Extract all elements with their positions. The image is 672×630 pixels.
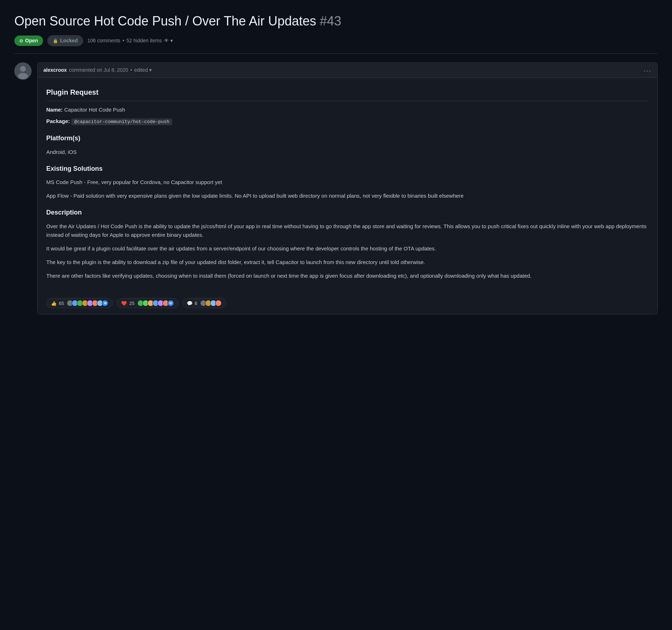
plugin-request-heading: Plugin Request xyxy=(46,86,649,101)
comment-edited[interactable]: edited ▾ xyxy=(134,66,152,74)
reaction-avatar-m: M xyxy=(102,300,108,306)
svg-point-2 xyxy=(18,73,28,79)
comment-timestamp: commented on Jul 8, 2020 xyxy=(69,66,128,74)
package-value: @capacitor-community/hot-code-push xyxy=(71,118,172,125)
locked-badge: 🔒 Locked xyxy=(47,35,83,46)
thumbs-up-emoji: 👍 xyxy=(51,301,57,306)
open-icon: ⊙ xyxy=(19,38,23,44)
lock-icon: 🔒 xyxy=(53,38,58,44)
description-heading: Description xyxy=(46,207,649,218)
avatar-image xyxy=(14,62,32,80)
avatar xyxy=(14,62,32,80)
chevron-down-icon: ▾ xyxy=(149,66,152,74)
name-label: Name: xyxy=(46,107,63,113)
quote-reaction[interactable]: 💬 6 xyxy=(182,298,226,308)
description-p1: Over the Air Updates / Hot Code Push is … xyxy=(46,222,649,239)
platforms-heading: Platform(s) xyxy=(46,133,649,144)
package-field-row: Package: @capacitor-community/hot-code-p… xyxy=(46,117,649,126)
existing-solution-2: App Flow - Paid solution with very expen… xyxy=(46,192,649,200)
quote-emoji: 💬 xyxy=(187,301,193,306)
comment-box: alexcroox commented on Jul 8, 2020 • edi… xyxy=(37,62,658,314)
comment-author[interactable]: alexcroox xyxy=(43,66,67,74)
hidden-items: 52 hidden items xyxy=(127,37,162,44)
quote-count: 6 xyxy=(195,301,197,306)
title-text: Open Source Hot Code Push / Over The Air… xyxy=(14,14,316,28)
quote-avatars xyxy=(200,300,222,306)
comment-header: alexcroox commented on Jul 8, 2020 • edi… xyxy=(38,63,657,78)
description-p3: The key to the plugin is the ability to … xyxy=(46,258,649,267)
platforms-value: Android, iOS xyxy=(46,148,649,156)
heart-emoji: ❤️ xyxy=(121,301,127,306)
comments-meta: 106 comments • 52 hidden items 👁 ▾ xyxy=(87,37,173,44)
thumbs-up-reaction[interactable]: 👍 65 M xyxy=(46,298,113,308)
dot-separator: • xyxy=(123,37,124,44)
page-header: Open Source Hot Code Push / Over The Air… xyxy=(14,11,658,54)
reactions-row: 👍 65 M ❤️ 25 xyxy=(38,294,657,314)
package-label: Package: xyxy=(46,118,70,124)
comment-header-left: alexcroox commented on Jul 8, 2020 • edi… xyxy=(43,66,152,74)
heart-avatars: M xyxy=(137,300,174,306)
svg-point-1 xyxy=(20,66,26,72)
edited-label: edited xyxy=(134,66,148,74)
issue-title: Open Source Hot Code Push / Over The Air… xyxy=(14,11,658,31)
issue-meta-row: ⊙ Open 🔒 Locked 106 comments • 52 hidden… xyxy=(14,35,658,46)
comment-thread: alexcroox commented on Jul 8, 2020 • edi… xyxy=(14,62,658,314)
meta-separator: • xyxy=(130,66,132,74)
name-field-row: Name: Capacitor Hot Code Push xyxy=(46,105,649,114)
issue-number: #43 xyxy=(320,14,341,28)
more-button[interactable]: ··· xyxy=(643,67,652,74)
open-badge: ⊙ Open xyxy=(14,36,43,46)
name-value: Capacitor Hot Code Push xyxy=(64,107,125,113)
heart-reaction[interactable]: ❤️ 25 M xyxy=(117,298,178,308)
description-p2: It would be great if a plugin could faci… xyxy=(46,244,649,253)
comments-count: 106 comments xyxy=(87,37,120,44)
open-label: Open xyxy=(25,37,38,44)
existing-solutions-heading: Existing Solutions xyxy=(46,164,649,174)
comment-body: Plugin Request Name: Capacitor Hot Code … xyxy=(38,78,657,294)
heart-count: 25 xyxy=(129,301,134,306)
reaction-avatar-m: M xyxy=(167,300,174,306)
existing-solution-1: MS Code Push - Free, very popular for Co… xyxy=(46,178,649,187)
reaction-avatar xyxy=(215,300,222,306)
thumbs-up-avatars: M xyxy=(67,300,108,306)
locked-label: Locked xyxy=(60,37,78,44)
thumbs-up-count: 65 xyxy=(59,301,64,306)
description-p4: There are other factors like verifying u… xyxy=(46,272,649,280)
eye-icon[interactable]: 👁 ▾ xyxy=(164,37,173,44)
